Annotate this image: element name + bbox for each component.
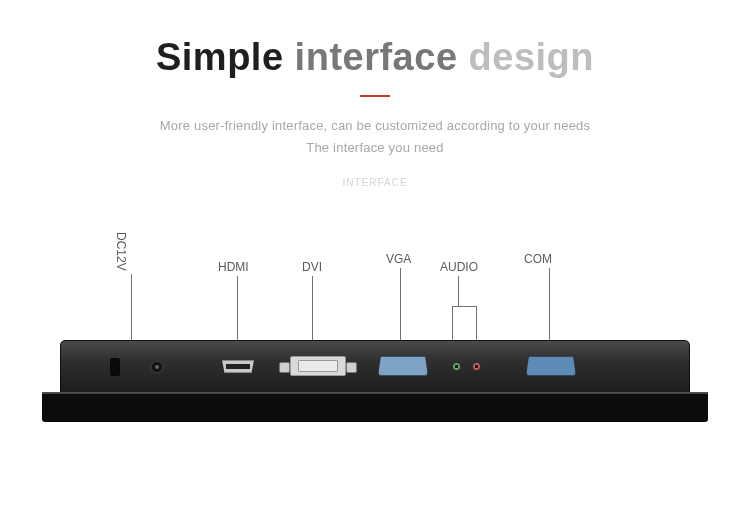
vga-port-icon <box>378 356 428 376</box>
title-word-1: Simple <box>156 36 284 78</box>
dvi-port-icon <box>290 356 346 376</box>
title-word-3: design <box>469 36 594 78</box>
label-vga: VGA <box>386 252 411 266</box>
com-port-icon <box>526 356 576 376</box>
lead-audio-stem <box>458 276 459 306</box>
page-heading: Simple interface design <box>0 0 750 97</box>
subtitle: More user-friendly interface, can be cus… <box>0 115 750 159</box>
label-dvi: DVI <box>302 260 322 274</box>
label-dc12v: DC12V <box>114 232 128 271</box>
subtitle-line-1: More user-friendly interface, can be cus… <box>0 115 750 137</box>
page-title: Simple interface design <box>0 36 750 79</box>
subtitle-line-2: The interface you need <box>0 137 750 159</box>
hdmi-port-icon <box>222 360 254 373</box>
dc-vent-icon <box>110 358 120 376</box>
label-audio: AUDIO <box>440 260 478 274</box>
lead-audio-bar <box>452 306 476 307</box>
interface-diagram: DC12V HDMI DVI VGA AUDIO COM <box>0 224 750 444</box>
audio-jack-2-icon <box>472 362 481 371</box>
heading-underline <box>360 95 390 97</box>
product-rear-panel <box>42 336 708 432</box>
label-com: COM <box>524 252 552 266</box>
label-hdmi: HDMI <box>218 260 249 274</box>
section-label: INTERFACE <box>0 177 750 188</box>
dc12v-port-icon <box>150 360 164 374</box>
bezel <box>42 394 708 422</box>
title-word-2: interface <box>295 36 458 78</box>
audio-jack-1-icon <box>452 362 461 371</box>
